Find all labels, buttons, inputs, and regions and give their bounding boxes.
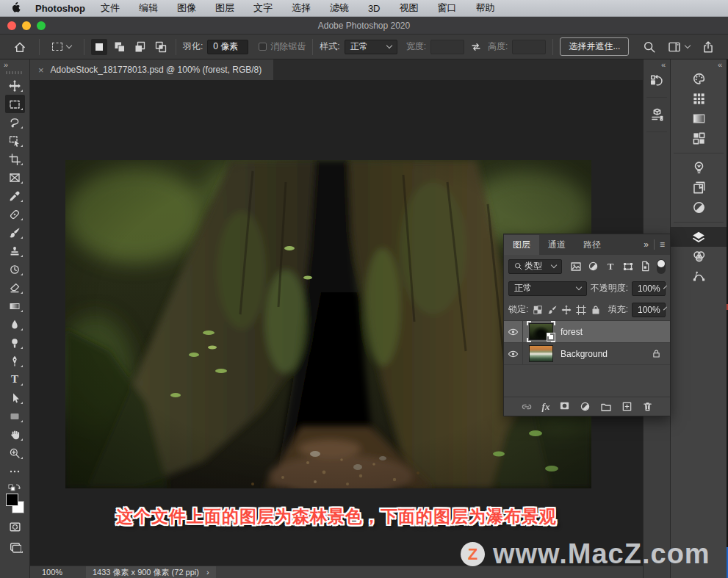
- toolbar-expand-icon[interactable]: »: [0, 59, 12, 69]
- edit-toolbar-button[interactable]: [5, 462, 25, 480]
- paths-panel-icon[interactable]: [671, 267, 727, 286]
- tool-history-brush[interactable]: [5, 260, 25, 278]
- layer-name[interactable]: forest: [561, 327, 583, 337]
- menu-view[interactable]: 视图: [400, 1, 419, 15]
- tool-type[interactable]: T: [5, 370, 25, 389]
- tool-crop[interactable]: [5, 150, 25, 168]
- tool-lasso[interactable]: [5, 113, 25, 131]
- filter-pixel-layers-icon[interactable]: [569, 261, 583, 272]
- tool-dodge[interactable]: [5, 333, 25, 352]
- visibility-toggle[interactable]: [504, 321, 523, 342]
- 3d-panel-icon[interactable]: [644, 102, 670, 127]
- blend-mode-dropdown[interactable]: 正常: [508, 281, 587, 296]
- history-panel-icon[interactable]: [644, 69, 670, 93]
- tool-zoom[interactable]: [5, 444, 25, 462]
- tool-path-selection[interactable]: [5, 389, 25, 407]
- layer-filter-type-dropdown[interactable]: 类型: [508, 259, 562, 274]
- layers-panel-icon[interactable]: [671, 227, 727, 247]
- patterns-panel-icon[interactable]: [671, 129, 727, 148]
- tool-clone-stamp[interactable]: [5, 242, 25, 260]
- tab-channels[interactable]: 通道: [539, 235, 574, 255]
- menu-filter[interactable]: 滤镜: [330, 1, 349, 15]
- toolbar-grip[interactable]: [6, 71, 24, 74]
- tool-spot-healing[interactable]: [5, 205, 25, 223]
- zoom-level-field[interactable]: 100%: [42, 568, 86, 577]
- menu-file[interactable]: 文件: [101, 1, 120, 15]
- tool-hand[interactable]: [5, 425, 25, 444]
- layer-effects-icon[interactable]: fx: [542, 401, 550, 413]
- new-adjustment-layer-icon[interactable]: [580, 401, 591, 412]
- select-and-mask-button[interactable]: 选择并遮住...: [560, 37, 629, 56]
- filter-adjustment-layers-icon[interactable]: [586, 261, 600, 272]
- layer-thumbnail[interactable]: [527, 344, 555, 363]
- panel-expand-icon[interactable]: »: [644, 239, 649, 250]
- layer-row-forest[interactable]: forest: [504, 321, 670, 343]
- tool-gradient[interactable]: [5, 297, 25, 315]
- lock-position-icon[interactable]: [561, 305, 572, 315]
- antialias-checkbox-row[interactable]: 消除锯齿: [259, 40, 306, 53]
- swatches-panel-icon[interactable]: [671, 89, 727, 109]
- feather-input[interactable]: 0 像素: [207, 40, 248, 54]
- filter-type-layers-icon[interactable]: T: [604, 261, 618, 271]
- menu-help[interactable]: 帮助: [476, 1, 495, 15]
- gradients-panel-icon[interactable]: [671, 109, 727, 129]
- tool-rectangular-marquee[interactable]: [5, 95, 25, 113]
- share-icon[interactable]: [702, 40, 715, 54]
- menu-layer[interactable]: 图层: [215, 1, 234, 15]
- menu-image[interactable]: 图像: [177, 1, 196, 15]
- status-chevron-icon[interactable]: ›: [206, 568, 209, 577]
- new-layer-icon[interactable]: [621, 401, 633, 412]
- link-layers-icon[interactable]: [521, 401, 533, 413]
- learn-panel-icon[interactable]: [671, 158, 727, 178]
- lock-transparent-pixels-icon[interactable]: [532, 305, 543, 315]
- tool-eraser[interactable]: [5, 278, 25, 297]
- close-tab-icon[interactable]: ×: [38, 65, 44, 76]
- adjustments-panel-icon[interactable]: [671, 198, 727, 217]
- tab-layers[interactable]: 图层: [504, 235, 539, 255]
- screen-mode-button[interactable]: [5, 538, 25, 556]
- quick-mask-button[interactable]: [5, 518, 25, 536]
- tool-rectangle[interactable]: [5, 407, 25, 425]
- tool-preset-marquee[interactable]: [52, 43, 71, 51]
- workspace-switcher-icon[interactable]: [668, 40, 690, 54]
- filter-shape-layers-icon[interactable]: [621, 261, 635, 272]
- selection-mode-new[interactable]: [91, 39, 107, 55]
- collapse-dock-icon[interactable]: «: [718, 61, 722, 68]
- tool-pen[interactable]: [5, 352, 25, 370]
- filter-smart-objects-icon[interactable]: [638, 261, 652, 272]
- style-dropdown[interactable]: 正常: [345, 40, 397, 54]
- opacity-dropdown[interactable]: 100%: [632, 281, 666, 296]
- document-info[interactable]: 1433 像素 x 900 像素 (72 ppi) ›: [86, 566, 216, 578]
- default-swap-colors-icon[interactable]: [8, 482, 21, 491]
- layer-filter-toggle[interactable]: [657, 259, 666, 274]
- panel-menu-icon[interactable]: ≡: [660, 239, 665, 250]
- document-tab[interactable]: × AdobeStock_181778013.psd @ 100% (fores…: [30, 59, 273, 80]
- menu-type[interactable]: 文字: [253, 1, 273, 15]
- lock-all-icon[interactable]: [591, 305, 602, 315]
- tool-frame[interactable]: [5, 168, 25, 187]
- menu-window[interactable]: 窗口: [438, 1, 457, 15]
- layer-thumbnail[interactable]: [527, 322, 555, 341]
- search-icon[interactable]: [643, 40, 656, 54]
- background-lock-icon[interactable]: [652, 349, 661, 358]
- new-group-icon[interactable]: [600, 401, 612, 413]
- foreground-color-swatch[interactable]: [6, 494, 18, 506]
- fill-dropdown[interactable]: 100%: [632, 303, 666, 317]
- selection-mode-subtract[interactable]: [132, 39, 148, 55]
- add-layer-mask-icon[interactable]: [559, 400, 570, 413]
- tool-eyedropper[interactable]: [5, 187, 25, 205]
- swap-dimensions-icon[interactable]: [470, 41, 482, 53]
- delete-layer-icon[interactable]: [642, 401, 653, 412]
- foreground-background-swatches[interactable]: [5, 494, 25, 513]
- tab-paths[interactable]: 路径: [574, 235, 610, 255]
- width-input[interactable]: [430, 40, 464, 54]
- color-panel-icon[interactable]: [671, 69, 727, 89]
- apple-menu-icon[interactable]: [10, 1, 21, 15]
- height-input[interactable]: [512, 40, 546, 54]
- libraries-panel-icon[interactable]: [671, 178, 727, 198]
- home-button[interactable]: [13, 40, 26, 54]
- tool-brush[interactable]: [5, 223, 25, 242]
- menu-edit[interactable]: 编辑: [139, 1, 158, 15]
- tool-blur[interactable]: [5, 315, 25, 333]
- layer-name[interactable]: Background: [561, 349, 608, 359]
